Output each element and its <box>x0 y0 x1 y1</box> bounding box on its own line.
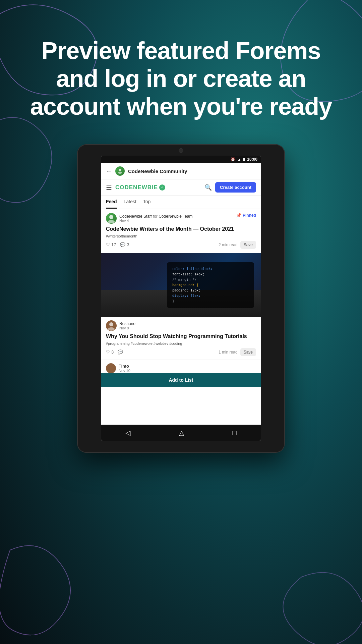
read-time-2: 1 min read <box>219 350 238 355</box>
author-name-1: CodeNewbie Staff <box>119 214 152 219</box>
code-block: color: inline-block; font-size: 14px; /*… <box>167 262 254 308</box>
read-time-1: 2 min read <box>219 243 238 247</box>
create-account-button[interactable]: Create account <box>215 182 256 193</box>
pinned-label: Pinned <box>243 213 256 218</box>
app-topbar: ← CodeNewbie Community <box>101 163 261 179</box>
save-button-1[interactable]: Save <box>240 241 256 249</box>
pinned-badge: 📌 Pinned <box>236 213 256 218</box>
app-navbar: ☰ CodeNewbie ✓ 🔍 Create account <box>101 179 261 196</box>
timo-info: Timo Nov 10 <box>119 364 130 373</box>
for-team-1: CodeNewbie Team <box>159 214 192 219</box>
author-name-line-1: CodeNewbie Staff for CodeNewbie Team <box>119 214 192 219</box>
status-time: 10:00 <box>247 157 257 162</box>
comment-icon-2: 💬 <box>118 350 123 355</box>
back-button[interactable]: ← <box>106 168 112 175</box>
svg-point-3 <box>108 220 115 223</box>
save-button-2[interactable]: Save <box>240 348 256 356</box>
android-nav-bar: ◁ △ □ <box>101 425 261 441</box>
hamburger-menu-icon[interactable]: ☰ <box>106 183 112 192</box>
post-title-1[interactable]: CodeNewbie Writers of the Month — Octobe… <box>106 226 256 233</box>
post-meta-1: CodeNewbie Staff for CodeNewbie Team Nov… <box>106 213 256 224</box>
post-tags-1: #writersofthemonth <box>106 234 256 238</box>
headline-text: Preview featured Forems and log in or cr… <box>20 37 342 120</box>
svg-point-2 <box>109 215 113 219</box>
tablet-device: ⏰ ▲ ▮ 10:00 ← CodeNewbie Community ☰ Cod… <box>77 144 285 453</box>
post-read-save-1: 2 min read Save <box>219 241 256 249</box>
post-tags-2: #programming #codenewbie #webdev #coding <box>106 341 256 345</box>
svg-point-0 <box>119 169 121 171</box>
author-date-1: Nov 4 <box>119 219 192 223</box>
like-count-1: 17 <box>111 242 116 247</box>
heart-icon-1: ♡ <box>106 242 110 247</box>
post-card-2: Roshane Nov 8 Why You Should Stop Watchi… <box>101 317 261 360</box>
brand-logo: CodeNewbie ✓ <box>115 184 204 191</box>
article-image: color: inline-block; font-size: 14px; /*… <box>101 253 261 317</box>
recents-nav-icon[interactable]: □ <box>233 429 237 437</box>
post-footer-1: ♡ 17 💬 3 2 min read Save <box>106 241 256 249</box>
feed-content: CodeNewbie Staff for CodeNewbie Team Nov… <box>101 209 261 425</box>
tablet-camera <box>179 148 183 153</box>
timo-row: Timo Nov 10 <box>101 360 261 373</box>
add-to-list-bar[interactable]: Add to List <box>101 373 261 387</box>
nav-actions: 🔍 Create account <box>204 182 256 193</box>
comment-icon-1: 💬 <box>120 242 125 247</box>
tab-top[interactable]: Top <box>143 196 151 209</box>
wifi-icon: ▲ <box>237 157 241 161</box>
post-title-2[interactable]: Why You Should Stop Watching Programming… <box>106 333 256 340</box>
svg-point-1 <box>118 172 122 174</box>
like-button-1[interactable]: ♡ 17 <box>106 242 116 247</box>
feed-tabs: Feed Latest Top <box>101 196 261 209</box>
tablet-shell: ⏰ ▲ ▮ 10:00 ← CodeNewbie Community ☰ Cod… <box>77 144 285 453</box>
heart-icon-2: ♡ <box>106 350 110 355</box>
headline-section: Preview featured Forems and log in or cr… <box>0 37 362 120</box>
for-text-1: for <box>153 214 159 219</box>
svg-point-5 <box>108 327 115 331</box>
search-icon[interactable]: 🔍 <box>204 184 212 191</box>
tab-feed[interactable]: Feed <box>106 196 117 209</box>
author-avatar-1 <box>106 213 117 224</box>
author-date-2: Nov 8 <box>119 326 135 330</box>
post-author-area-2: Roshane Nov 8 <box>106 320 135 331</box>
post-read-save-2: 1 min read Save <box>219 348 256 356</box>
timo-avatar <box>106 363 116 373</box>
post-author-area-1: CodeNewbie Staff for CodeNewbie Team Nov… <box>106 213 192 224</box>
post-meta-2: Roshane Nov 8 <box>106 320 256 331</box>
pin-icon: 📌 <box>236 213 241 218</box>
author-info-2: Roshane Nov 8 <box>119 321 135 330</box>
timo-date: Nov 10 <box>119 369 130 373</box>
like-button-2[interactable]: ♡ 3 <box>106 350 114 355</box>
comment-button-1[interactable]: 💬 3 <box>120 242 129 247</box>
back-nav-icon[interactable]: ◁ <box>125 429 130 437</box>
like-count-2: 3 <box>111 350 114 355</box>
battery-icon: ▮ <box>243 157 245 162</box>
comment-count-1: 3 <box>127 242 129 247</box>
comment-button-2[interactable]: 💬 <box>118 350 123 355</box>
timo-name: Timo <box>119 364 130 369</box>
svg-point-4 <box>109 322 113 326</box>
author-info-1: CodeNewbie Staff for CodeNewbie Team Nov… <box>119 214 192 223</box>
community-icon <box>115 166 125 176</box>
verified-icon: ✓ <box>159 184 165 191</box>
tab-latest[interactable]: Latest <box>124 196 136 209</box>
post-footer-2: ♡ 3 💬 1 min read Save <box>106 348 256 356</box>
author-name-2: Roshane <box>119 321 135 326</box>
post-actions-1: ♡ 17 💬 3 <box>106 242 129 247</box>
code-overlay: color: inline-block; font-size: 14px; /*… <box>101 253 261 317</box>
post-actions-2: ♡ 3 💬 <box>106 350 123 355</box>
brand-name: CodeNewbie <box>115 184 158 191</box>
home-nav-icon[interactable]: △ <box>179 429 184 437</box>
author-avatar-2 <box>106 320 117 331</box>
alarm-icon: ⏰ <box>231 157 235 162</box>
community-name: CodeNewbie Community <box>128 168 187 174</box>
status-bar: ⏰ ▲ ▮ 10:00 <box>101 156 261 163</box>
tablet-screen: ⏰ ▲ ▮ 10:00 ← CodeNewbie Community ☰ Cod… <box>101 156 261 441</box>
post-card-1: CodeNewbie Staff for CodeNewbie Team Nov… <box>101 209 261 253</box>
